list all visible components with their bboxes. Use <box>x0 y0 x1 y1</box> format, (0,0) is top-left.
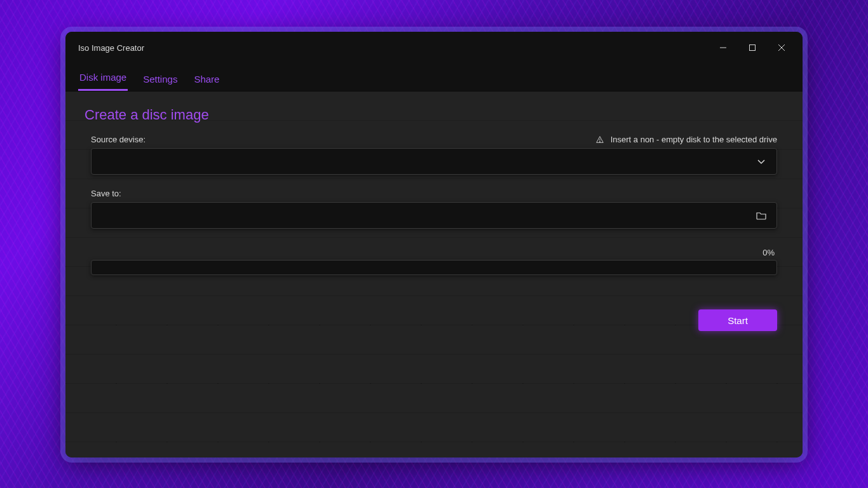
titlebar: Iso Image Creator <box>65 32 803 64</box>
minimize-button[interactable] <box>709 37 738 58</box>
content-area: Create a disc image Source devise: Inser… <box>65 92 803 458</box>
source-device-label: Source devise: <box>91 135 146 144</box>
hint-text: Insert a non - empty disk to the selecte… <box>611 135 777 144</box>
tab-share[interactable]: Share <box>193 67 220 91</box>
svg-rect-1 <box>750 45 756 51</box>
chevron-down-icon <box>754 157 769 166</box>
source-device-dropdown[interactable] <box>91 148 777 175</box>
tab-bar: Disk image Settings Share <box>65 64 803 92</box>
window-title: Iso Image Creator <box>78 43 144 53</box>
minimize-icon <box>720 44 726 51</box>
maximize-icon <box>749 44 756 51</box>
save-to-label: Save to: <box>91 189 121 198</box>
warning-icon <box>595 135 604 144</box>
tab-settings[interactable]: Settings <box>142 67 179 91</box>
page-title: Create a disc image <box>85 107 783 123</box>
progress-percent: 0% <box>91 248 775 257</box>
progress-bar <box>91 260 777 275</box>
hint-message: Insert a non - empty disk to the selecte… <box>595 135 777 144</box>
tab-disk-image[interactable]: Disk image <box>78 65 128 91</box>
close-button[interactable] <box>767 37 796 58</box>
folder-icon[interactable] <box>754 211 769 220</box>
save-to-field[interactable] <box>91 202 777 229</box>
svg-point-5 <box>599 141 600 142</box>
maximize-button[interactable] <box>738 37 767 58</box>
start-button[interactable]: Start <box>698 309 777 331</box>
app-window: Iso Image Creator Disk image Settings Sh… <box>65 32 803 458</box>
close-icon <box>778 44 785 51</box>
